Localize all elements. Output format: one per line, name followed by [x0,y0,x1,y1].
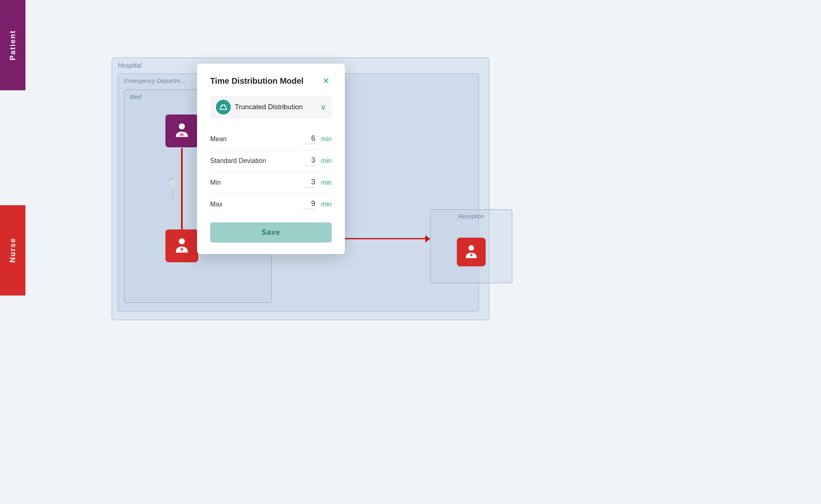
mean-field-row: Mean 6 min [210,128,332,150]
sidebar-patient-label: Patient [9,30,17,60]
fields-container: Mean 6 min Standard Deviation 3 min Min … [210,128,332,215]
syringe-icon [158,172,190,204]
sidebar-item-nurse[interactable]: Nurse [0,205,25,296]
close-button[interactable]: ✕ [320,75,332,87]
distribution-selector[interactable]: Truncated Distribution ∨ [210,96,332,119]
nurse-node-reception[interactable] [457,238,486,266]
emergency-label: Emergency Departm... [124,77,186,84]
min-value[interactable]: 3 [303,178,315,188]
modal-title: Time Distribution Model [210,76,303,86]
canvas-area: Hospital Emergency Departm... Bed [25,41,764,431]
mean-value[interactable]: 6 [303,134,315,144]
nurse-node-bed[interactable] [165,229,198,262]
min-label: Min [210,179,303,186]
sidebar-nurse-label: Nurse [9,238,17,263]
modal-header: Time Distribution Model ✕ [210,75,332,87]
mean-unit: min [319,135,332,143]
min-field-row: Min 3 min [210,172,332,194]
stddev-field-row: Standard Deviation 3 min [210,150,332,172]
hospital-label: Hospital [118,62,142,69]
max-label: Max [210,201,303,208]
bed-label: Bed [130,93,141,100]
max-unit: min [319,201,332,208]
sidebar-item-patient[interactable]: Patient [0,0,25,90]
stddev-label: Standard Deviation [210,157,303,165]
svg-point-5 [179,238,185,245]
time-distribution-modal: Time Distribution Model ✕ Truncated Dist… [197,64,345,254]
save-button[interactable]: Save [210,222,332,243]
svg-rect-2 [171,178,174,188]
distribution-name: Truncated Distribution [235,103,316,111]
svg-point-8 [468,245,474,250]
reception-label: Reception [458,213,484,220]
stddev-value[interactable]: 3 [303,156,315,166]
sidebar: Patient Nurse [0,0,25,504]
max-value[interactable]: 9 [303,199,315,209]
chevron-down-icon: ∨ [321,103,326,112]
patient-node[interactable] [165,115,198,147]
reception-container: Reception [430,209,512,283]
svg-point-0 [179,124,185,130]
min-unit: min [319,179,332,186]
distribution-icon [216,100,231,115]
mean-label: Mean [210,135,303,143]
stddev-unit: min [319,157,332,165]
max-field-row: Max 9 min [210,194,332,215]
